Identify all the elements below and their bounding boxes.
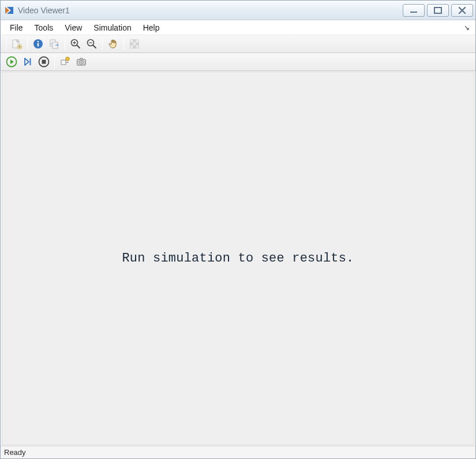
toolbar-simulation [1, 53, 475, 71]
svg-rect-1 [434, 8, 441, 13]
step-forward-icon [22, 56, 33, 68]
svg-rect-18 [30, 58, 31, 65]
highlight-block-icon [59, 56, 71, 68]
svg-rect-21 [61, 60, 66, 65]
separator [102, 38, 103, 50]
menu-simulation[interactable]: Simulation [88, 22, 137, 33]
close-button[interactable] [451, 4, 473, 17]
menu-tools[interactable]: Tools [29, 22, 59, 33]
svg-rect-12 [130, 40, 133, 43]
export-button[interactable] [47, 36, 62, 51]
new-video-button[interactable] [9, 36, 24, 51]
minimize-button[interactable] [403, 4, 425, 17]
zoom-out-icon [86, 38, 98, 50]
step-forward-button[interactable] [20, 54, 35, 69]
play-icon [6, 56, 17, 68]
window-title: Video Viewer1 [18, 6, 403, 15]
window-controls [403, 4, 473, 17]
separator [54, 55, 55, 68]
svg-point-25 [81, 62, 83, 64]
highlight-block-button[interactable] [58, 54, 73, 69]
menu-view[interactable]: View [59, 22, 88, 33]
pan-icon [107, 38, 119, 50]
svg-rect-14 [133, 43, 136, 46]
close-icon [458, 7, 467, 14]
status-text: Ready [4, 448, 26, 457]
svg-rect-0 [410, 12, 417, 13]
zoom-in-icon [70, 38, 81, 50]
statusbar: Ready [1, 446, 475, 458]
run-button[interactable] [4, 54, 19, 69]
pan-button[interactable] [106, 36, 121, 51]
stop-button[interactable] [36, 54, 51, 69]
maximize-icon [433, 7, 443, 14]
maximize-button[interactable] [427, 4, 449, 17]
content-message: Run simulation to see results. [122, 251, 354, 266]
pixel-region-button[interactable] [127, 36, 142, 51]
zoom-out-button[interactable] [84, 36, 99, 51]
export-icon [48, 38, 60, 50]
separator [123, 38, 124, 50]
content-area: Run simulation to see results. [2, 72, 474, 445]
snapshot-button[interactable] [74, 54, 89, 69]
svg-rect-15 [130, 45, 133, 48]
stop-icon [38, 56, 50, 68]
new-video-icon [11, 38, 23, 50]
window: Video Viewer1 File Tools Vie [0, 0, 476, 459]
titlebar: Video Viewer1 [1, 1, 475, 20]
zoom-in-button[interactable] [68, 36, 83, 51]
info-button[interactable] [31, 36, 46, 51]
menu-help[interactable]: Help [137, 22, 166, 33]
separator [27, 38, 28, 50]
svg-rect-13 [136, 40, 138, 43]
info-icon [32, 38, 44, 50]
svg-rect-20 [42, 60, 46, 64]
svg-point-5 [38, 41, 39, 43]
pixel-region-icon [129, 38, 140, 50]
menus: File Tools View Simulation Help [4, 22, 166, 33]
separator [65, 38, 65, 50]
toolbar-main [1, 35, 475, 53]
toolbar-options-icon[interactable]: ↘ [464, 24, 472, 32]
snapshot-icon [76, 56, 87, 68]
separator [6, 38, 6, 50]
minimize-icon [409, 7, 418, 14]
app-icon [4, 5, 14, 16]
svg-rect-16 [136, 45, 138, 48]
svg-rect-6 [38, 43, 39, 47]
menubar: File Tools View Simulation Help ↘ [1, 20, 475, 35]
menu-file[interactable]: File [4, 22, 29, 33]
